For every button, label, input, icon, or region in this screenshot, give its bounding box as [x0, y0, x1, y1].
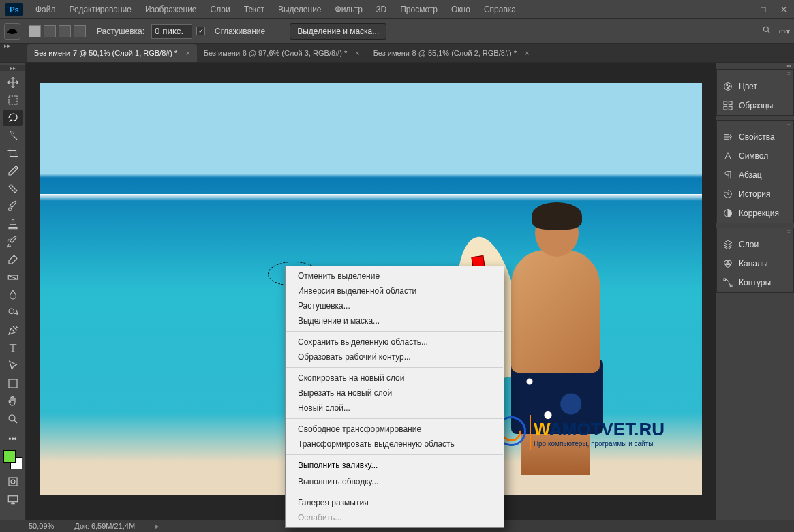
crop-tool[interactable]: [3, 145, 23, 161]
tab-expand-icon[interactable]: ▸▸: [4, 42, 11, 59]
zoom-level[interactable]: 50,09%: [29, 522, 54, 530]
gradient-tool[interactable]: [3, 269, 23, 285]
dodge-tool[interactable]: [3, 304, 23, 321]
mode-subtract-icon[interactable]: [59, 25, 71, 37]
menu-3d[interactable]: 3D: [369, 5, 393, 14]
move-tool[interactable]: [3, 74, 23, 91]
svg-point-11: [729, 85, 730, 87]
blur-tool[interactable]: [3, 287, 23, 303]
menu-файл[interactable]: Файл: [29, 5, 63, 14]
eyedropper-tool[interactable]: [3, 163, 23, 179]
panels-expand-icon[interactable]: ◂◂: [716, 63, 794, 69]
minimize-button[interactable]: —: [733, 0, 753, 19]
panel-tab-контуры[interactable]: Контуры: [717, 273, 793, 292]
selection-mode-buttons[interactable]: [29, 25, 86, 37]
marquee-tool[interactable]: [3, 92, 23, 108]
close-tab-icon[interactable]: ×: [525, 49, 529, 57]
context-item[interactable]: Образовать рабочий контур...: [286, 349, 504, 364]
menu-окно[interactable]: Окно: [444, 5, 477, 14]
svg-rect-13: [724, 101, 727, 105]
maximize-button[interactable]: □: [753, 0, 774, 19]
svg-rect-15: [724, 106, 727, 110]
mode-new-icon[interactable]: [29, 25, 41, 37]
document-tab[interactable]: Без имени-7 @ 50,1% (Слой 1, RGB/8#) *×: [27, 44, 197, 62]
foreground-color-swatch[interactable]: [3, 450, 16, 463]
menu-фильтр[interactable]: Фильтр: [329, 5, 369, 14]
stamp-tool[interactable]: [3, 216, 23, 232]
current-tool-icon[interactable]: [4, 23, 20, 40]
panel-tab-абзац[interactable]: Абзац: [717, 166, 793, 185]
mode-add-icon[interactable]: [44, 25, 56, 37]
panel-tab-цвет[interactable]: Цвет: [717, 77, 793, 96]
hand-tool[interactable]: [3, 393, 23, 409]
svg-rect-4: [9, 379, 17, 388]
context-item[interactable]: Инверсия выделенной области: [286, 283, 504, 298]
type-tool[interactable]: [3, 340, 23, 356]
context-item[interactable]: Выполнить заливку...: [286, 458, 504, 474]
feather-input[interactable]: [151, 24, 192, 39]
app-icon: Ps: [5, 3, 23, 16]
svg-rect-8: [8, 496, 18, 502]
context-item[interactable]: Галерея размытия: [286, 495, 504, 510]
menu-изображение[interactable]: Изображение: [138, 5, 204, 14]
color-swatches[interactable]: [3, 450, 22, 469]
search-icon[interactable]: [762, 25, 772, 37]
shape-tool[interactable]: [3, 375, 23, 392]
context-item[interactable]: Сохранить выделенную область...: [286, 334, 504, 349]
document-tab[interactable]: Без имени-8 @ 55,1% (Слой 2, RGB/8#) *×: [367, 44, 536, 62]
panel-tab-каналы[interactable]: Каналы: [717, 254, 793, 273]
context-item[interactable]: Выполнить обводку...: [286, 474, 504, 489]
right-panels: ◂◂ ≡ЦветОбразцы ≡СвойстваСимволАбзацИсто…: [716, 63, 794, 520]
screenmode-tool[interactable]: [3, 491, 23, 507]
context-item[interactable]: Скопировать на новый слой: [286, 371, 504, 386]
healing-tool[interactable]: [3, 181, 23, 197]
menu-слои[interactable]: Слои: [204, 5, 237, 14]
edit-toolbar-icon[interactable]: •••: [3, 435, 23, 444]
context-item[interactable]: Свободное трансформирование: [286, 422, 504, 437]
menu-выделение[interactable]: Выделение: [271, 5, 329, 14]
panel-tab-символ[interactable]: Символ: [717, 146, 793, 166]
lasso-tool[interactable]: [3, 110, 23, 126]
feather-label: Растушевка:: [94, 27, 147, 36]
context-item[interactable]: Трансформировать выделенную область: [286, 437, 504, 452]
select-and-mask-button[interactable]: Выделение и маска...: [290, 23, 386, 40]
context-item[interactable]: Растушевка...: [286, 298, 504, 313]
panel-tab-свойства[interactable]: Свойства: [717, 127, 793, 146]
tools-expand-icon[interactable]: ▸▸: [0, 65, 25, 71]
panel-tab-история[interactable]: История: [717, 185, 793, 204]
context-item: Ослабить...: [286, 510, 504, 525]
close-tab-icon[interactable]: ×: [185, 49, 189, 57]
quickmask-tool[interactable]: [3, 473, 23, 490]
antialias-checkbox[interactable]: [196, 27, 205, 35]
document-tab[interactable]: Без имени-6 @ 97,6% (Слой 3, RGB/8#) *×: [197, 44, 367, 62]
menu-items: ФайлРедактированиеИзображениеСлоиТекстВы…: [29, 5, 523, 14]
path-select-tool[interactable]: [3, 358, 23, 374]
quick-select-tool[interactable]: [3, 127, 23, 144]
menu-bar: Ps ФайлРедактированиеИзображениеСлоиТекс…: [0, 0, 794, 19]
close-tab-icon[interactable]: ×: [355, 49, 359, 57]
document-tabs: ▸▸ Без имени-7 @ 50,1% (Слой 1, RGB/8#) …: [0, 44, 794, 63]
context-item[interactable]: Отменить выделение: [286, 268, 504, 283]
svg-point-7: [11, 480, 15, 484]
zoom-tool[interactable]: [3, 411, 23, 427]
panel-tab-коррекция[interactable]: Коррекция: [717, 204, 793, 223]
panel-tab-слои[interactable]: Слои: [717, 235, 793, 254]
close-button[interactable]: ✕: [774, 0, 794, 19]
svg-rect-22: [724, 279, 726, 281]
mode-intersect-icon[interactable]: [74, 25, 86, 37]
brush-tool[interactable]: [3, 198, 23, 215]
context-item[interactable]: Вырезать на новый слой: [286, 386, 504, 401]
svg-point-12: [727, 87, 729, 89]
eraser-tool[interactable]: [3, 251, 23, 268]
panel-tab-образцы[interactable]: Образцы: [717, 96, 793, 115]
document-size[interactable]: Док: 6,59M/21,4M: [74, 522, 135, 530]
context-item[interactable]: Выделение и маска...: [286, 313, 504, 328]
workspace-icon[interactable]: ▭▾: [778, 27, 790, 36]
menu-просмотр[interactable]: Просмотр: [393, 5, 444, 14]
history-brush-tool[interactable]: [3, 234, 23, 250]
context-item[interactable]: Новый слой...: [286, 401, 504, 416]
menu-справка[interactable]: Справка: [477, 5, 523, 14]
menu-текст[interactable]: Текст: [237, 5, 271, 14]
menu-редактирование[interactable]: Редактирование: [63, 5, 138, 14]
pen-tool[interactable]: [3, 322, 23, 339]
